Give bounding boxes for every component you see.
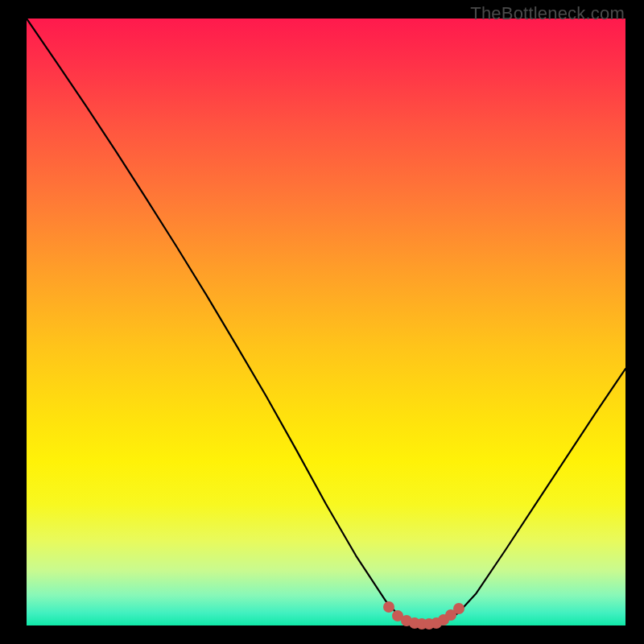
highlight-marker [453, 603, 464, 614]
watermark-text: TheBottleneck.com [470, 3, 625, 24]
plot-area [27, 19, 625, 625]
chart-container: TheBottleneck.com [0, 0, 644, 644]
highlight-marker [383, 601, 394, 613]
bottleneck-curve [27, 19, 625, 624]
line-layer [27, 19, 625, 625]
